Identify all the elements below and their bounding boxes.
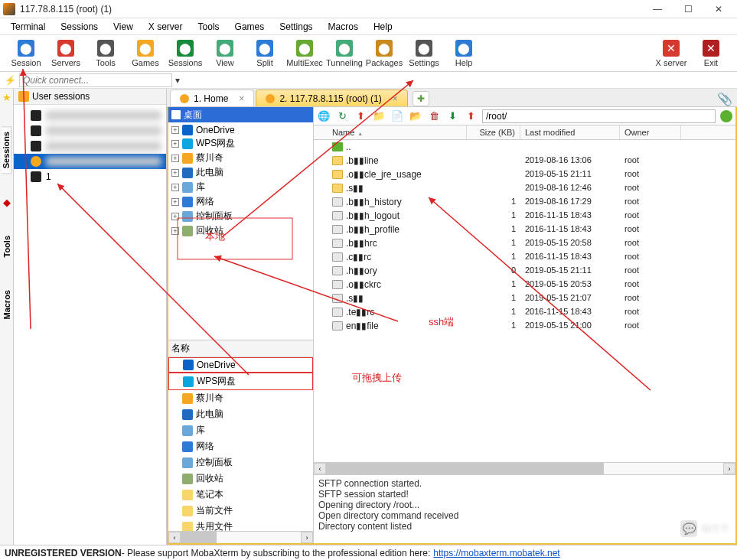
remote-toolbtn-1[interactable]: ↻ [335,109,349,123]
local-tree[interactable]: +OneDrive+WPS网盘+蔡川奇+此电脑+库+网络+控制面板+回收站 [168,122,313,340]
remote-row[interactable]: .s▮▮2019-08-16 12:46root [314,181,735,195]
remote-toolbtn-0[interactable]: 🌐 [317,109,331,123]
expand-icon[interactable]: + [171,184,179,191]
local-item[interactable]: 回收站 [168,470,313,487]
menu-settings[interactable]: Settings [272,20,320,34]
session-item[interactable] [14,154,166,169]
toolbtn-help[interactable]: ⬤Help [444,37,484,70]
go-icon[interactable] [720,110,732,122]
local-list-header[interactable]: 名称 [168,340,313,357]
sidetab-tools[interactable]: Tools [2,231,11,262]
remote-row[interactable]: .b▮▮h_logout12016-11-15 18:43root [314,209,735,223]
tab-close-icon[interactable]: × [393,93,398,104]
expand-icon[interactable]: + [171,169,179,177]
remote-toolbtn-7[interactable]: ⬇ [445,109,459,123]
menu-games[interactable]: Games [227,20,272,34]
toolbtn-tools[interactable]: ⬤Tools [86,37,126,70]
tab-remote[interactable]: 2. 117.78.8.115 (root) (1) × [256,90,407,106]
session-item[interactable] [14,123,166,138]
remote-toolbtn-4[interactable]: 📄 [390,109,404,123]
sidetab-macros[interactable]: Macros [2,285,11,324]
toolbtn-exit[interactable]: ✕Exit [691,37,731,70]
toolbtn-settings[interactable]: ⬤Settings [404,37,444,70]
tree-node[interactable]: +网络 [170,194,311,209]
local-item[interactable]: 当前文件 [168,503,313,519]
menu-macros[interactable]: Macros [321,20,366,34]
local-item[interactable]: 此电脑 [168,406,313,422]
sidetab-sessions[interactable]: Sessions [2,126,11,174]
session-item[interactable]: 1 [14,169,166,184]
col-size[interactable]: Size (KB) [467,125,520,139]
remote-toolbtn-2[interactable]: ⬆ [354,109,367,123]
remote-row[interactable]: .s▮▮12019-05-15 21:07root [314,291,735,305]
menu-terminal[interactable]: Terminal [3,20,53,34]
quickconnect-input[interactable] [19,73,172,87]
remote-row[interactable]: .b▮▮hrc12019-05-15 20:58root [314,236,735,250]
remote-row[interactable]: .b▮▮h_history12019-08-16 17:29root [314,195,735,209]
paperclip-icon[interactable]: 📎 [717,92,732,106]
col-name[interactable]: Name [314,125,467,139]
remote-row[interactable]: .o▮▮cle_jre_usage2019-05-15 21:11root [314,168,735,181]
connect-icon[interactable]: ▾ [175,75,180,86]
toolbtn-tunneling[interactable]: ⬤Tunneling [324,37,364,70]
remote-row[interactable]: .o▮▮ckrc12019-05-15 20:53root [314,278,735,291]
new-tab-button[interactable]: ✚ [413,91,429,106]
tree-node[interactable]: +蔡川奇 [170,151,311,165]
local-item[interactable]: 网络 [168,438,313,454]
maximize-button[interactable]: ☐ [673,0,703,18]
remote-toolbtn-3[interactable]: 📁 [372,109,386,123]
remote-toolbtn-6[interactable]: 🗑 [427,109,441,123]
menu-tools[interactable]: Tools [191,20,227,34]
expand-icon[interactable]: + [171,140,179,148]
remote-row[interactable]: .b▮▮line2019-08-16 13:06root [314,154,735,168]
remote-row[interactable]: .b▮▮h_profile12016-11-15 18:43root [314,223,735,236]
expand-icon[interactable]: + [171,198,179,206]
toolbtn-view[interactable]: ⬤View [205,37,245,70]
statusbar-link[interactable]: https://mobaxterm.mobatek.net [433,548,559,558]
toolbtn-servers[interactable]: ⬤Servers [46,37,86,70]
tab-home[interactable]: 1. Home × [170,90,254,106]
tree-node[interactable]: +OneDrive [170,124,311,136]
remote-toolbtn-8[interactable]: ⬆ [464,109,478,123]
menu-xserver[interactable]: X server [141,20,191,34]
remote-list-body[interactable]: ...b▮▮line2019-08-16 13:06root.o▮▮cle_jr… [314,140,735,462]
local-item[interactable]: 库 [168,422,313,438]
toolbtn-multiexec[interactable]: ⬤MultiExec [285,37,324,70]
expand-icon[interactable]: + [171,227,179,235]
tree-node[interactable]: +库 [170,180,311,194]
toolbtn-games[interactable]: ⬤Games [126,37,165,70]
tab-close-icon[interactable]: × [239,93,244,104]
toolbtn-session[interactable]: ⬤Session [6,37,46,70]
remote-row[interactable]: .c▮▮rc12016-11-15 18:43root [314,250,735,264]
local-item[interactable]: 共用文件 [168,519,313,531]
remote-path-input[interactable] [482,109,716,123]
menu-sessions[interactable]: Sessions [53,20,106,34]
menu-help[interactable]: Help [366,20,400,34]
toolbtn-xserver[interactable]: ✕X server [651,37,691,70]
local-item[interactable]: 控制面板 [168,454,313,470]
remote-toolbtn-5[interactable]: 📂 [409,109,422,123]
local-item[interactable]: 蔡川奇 [168,390,313,406]
tree-node[interactable]: +此电脑 [170,165,311,180]
remote-row[interactable]: .te▮▮rc12016-11-15 18:43root [314,305,735,319]
tree-node[interactable]: +控制面板 [170,209,311,223]
expand-icon[interactable]: + [171,126,179,134]
tree-node[interactable]: +回收站 [170,223,311,238]
toolbtn-sessions[interactable]: ⬤Sessions [165,37,205,70]
col-lastmod[interactable]: Last modified [520,125,620,139]
minimize-button[interactable]: — [642,0,673,18]
expand-icon[interactable]: + [171,155,179,162]
col-owner[interactable]: Owner [620,125,681,139]
local-item[interactable]: WPS网盘 [168,373,313,390]
session-item[interactable] [14,108,166,123]
menu-view[interactable]: View [106,20,141,34]
toolbtn-packages[interactable]: ⬤Packages [364,37,404,70]
remote-hscrollbar[interactable]: ‹› [314,462,735,474]
tree-node[interactable]: +WPS网盘 [170,136,311,151]
remote-row[interactable]: .h▮▮ory02019-05-15 21:11root [314,264,735,278]
toolbtn-split[interactable]: ⬤Split [245,37,285,70]
session-item[interactable] [14,138,166,154]
remote-row[interactable]: en▮▮file12019-05-15 21:00root [314,319,735,333]
local-item[interactable]: OneDrive [168,357,313,373]
remote-row[interactable]: .. [314,140,735,154]
